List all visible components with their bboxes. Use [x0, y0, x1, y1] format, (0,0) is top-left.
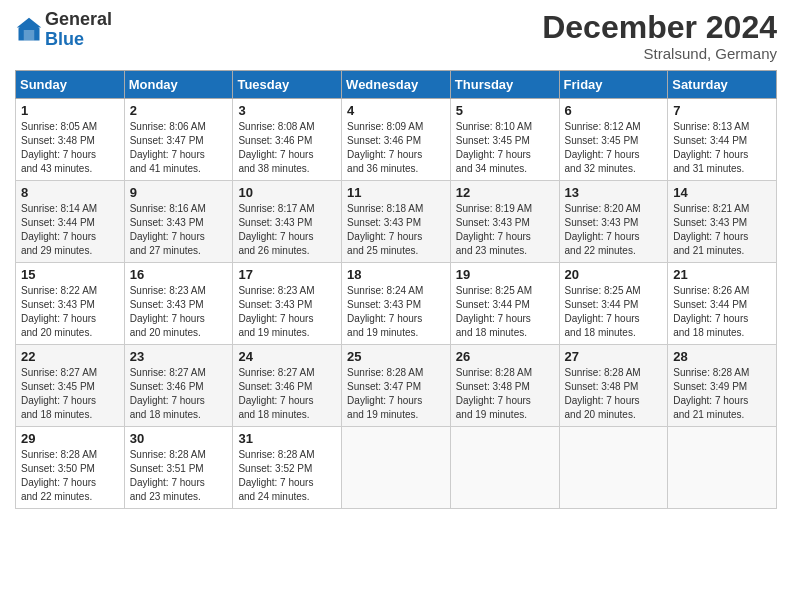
day-info: Sunrise: 8:28 AM Sunset: 3:49 PM Dayligh…: [673, 366, 771, 422]
day-info: Sunrise: 8:10 AM Sunset: 3:45 PM Dayligh…: [456, 120, 554, 176]
calendar-cell: 5Sunrise: 8:10 AM Sunset: 3:45 PM Daylig…: [450, 99, 559, 181]
day-info: Sunrise: 8:18 AM Sunset: 3:43 PM Dayligh…: [347, 202, 445, 258]
day-number: 26: [456, 349, 554, 364]
col-wednesday: Wednesday: [342, 71, 451, 99]
calendar-row: 29Sunrise: 8:28 AM Sunset: 3:50 PM Dayli…: [16, 427, 777, 509]
day-info: Sunrise: 8:14 AM Sunset: 3:44 PM Dayligh…: [21, 202, 119, 258]
day-info: Sunrise: 8:19 AM Sunset: 3:43 PM Dayligh…: [456, 202, 554, 258]
calendar-row: 15Sunrise: 8:22 AM Sunset: 3:43 PM Dayli…: [16, 263, 777, 345]
day-number: 21: [673, 267, 771, 282]
calendar-cell: [450, 427, 559, 509]
svg-rect-2: [24, 30, 35, 41]
calendar-cell: 17Sunrise: 8:23 AM Sunset: 3:43 PM Dayli…: [233, 263, 342, 345]
logo-line1: General: [45, 10, 112, 30]
col-sunday: Sunday: [16, 71, 125, 99]
calendar-cell: 6Sunrise: 8:12 AM Sunset: 3:45 PM Daylig…: [559, 99, 668, 181]
day-info: Sunrise: 8:27 AM Sunset: 3:45 PM Dayligh…: [21, 366, 119, 422]
day-info: Sunrise: 8:24 AM Sunset: 3:43 PM Dayligh…: [347, 284, 445, 340]
calendar-cell: 28Sunrise: 8:28 AM Sunset: 3:49 PM Dayli…: [668, 345, 777, 427]
calendar-cell: 18Sunrise: 8:24 AM Sunset: 3:43 PM Dayli…: [342, 263, 451, 345]
calendar-cell: 11Sunrise: 8:18 AM Sunset: 3:43 PM Dayli…: [342, 181, 451, 263]
calendar-cell: 4Sunrise: 8:09 AM Sunset: 3:46 PM Daylig…: [342, 99, 451, 181]
calendar-cell: 19Sunrise: 8:25 AM Sunset: 3:44 PM Dayli…: [450, 263, 559, 345]
day-number: 22: [21, 349, 119, 364]
day-number: 15: [21, 267, 119, 282]
day-number: 8: [21, 185, 119, 200]
day-number: 24: [238, 349, 336, 364]
day-number: 6: [565, 103, 663, 118]
col-tuesday: Tuesday: [233, 71, 342, 99]
day-info: Sunrise: 8:28 AM Sunset: 3:50 PM Dayligh…: [21, 448, 119, 504]
day-number: 11: [347, 185, 445, 200]
logo-icon: [15, 16, 43, 44]
title-area: December 2024 Stralsund, Germany: [542, 10, 777, 62]
calendar-cell: 29Sunrise: 8:28 AM Sunset: 3:50 PM Dayli…: [16, 427, 125, 509]
day-info: Sunrise: 8:26 AM Sunset: 3:44 PM Dayligh…: [673, 284, 771, 340]
day-number: 9: [130, 185, 228, 200]
calendar-cell: [559, 427, 668, 509]
day-number: 25: [347, 349, 445, 364]
day-number: 17: [238, 267, 336, 282]
day-number: 5: [456, 103, 554, 118]
month-year: December 2024: [542, 10, 777, 45]
logo-line2: Blue: [45, 30, 112, 50]
day-number: 31: [238, 431, 336, 446]
col-thursday: Thursday: [450, 71, 559, 99]
day-info: Sunrise: 8:16 AM Sunset: 3:43 PM Dayligh…: [130, 202, 228, 258]
day-info: Sunrise: 8:13 AM Sunset: 3:44 PM Dayligh…: [673, 120, 771, 176]
day-number: 7: [673, 103, 771, 118]
calendar-cell: 20Sunrise: 8:25 AM Sunset: 3:44 PM Dayli…: [559, 263, 668, 345]
calendar-cell: 21Sunrise: 8:26 AM Sunset: 3:44 PM Dayli…: [668, 263, 777, 345]
calendar-cell: 22Sunrise: 8:27 AM Sunset: 3:45 PM Dayli…: [16, 345, 125, 427]
day-info: Sunrise: 8:20 AM Sunset: 3:43 PM Dayligh…: [565, 202, 663, 258]
day-number: 27: [565, 349, 663, 364]
day-number: 16: [130, 267, 228, 282]
day-info: Sunrise: 8:28 AM Sunset: 3:48 PM Dayligh…: [456, 366, 554, 422]
calendar-cell: [342, 427, 451, 509]
calendar-cell: 10Sunrise: 8:17 AM Sunset: 3:43 PM Dayli…: [233, 181, 342, 263]
day-info: Sunrise: 8:21 AM Sunset: 3:43 PM Dayligh…: [673, 202, 771, 258]
page-container: General Blue December 2024 Stralsund, Ge…: [15, 10, 777, 509]
day-number: 23: [130, 349, 228, 364]
day-info: Sunrise: 8:23 AM Sunset: 3:43 PM Dayligh…: [238, 284, 336, 340]
calendar-cell: 7Sunrise: 8:13 AM Sunset: 3:44 PM Daylig…: [668, 99, 777, 181]
day-number: 4: [347, 103, 445, 118]
calendar-cell: 16Sunrise: 8:23 AM Sunset: 3:43 PM Dayli…: [124, 263, 233, 345]
day-info: Sunrise: 8:17 AM Sunset: 3:43 PM Dayligh…: [238, 202, 336, 258]
day-number: 28: [673, 349, 771, 364]
calendar-cell: 8Sunrise: 8:14 AM Sunset: 3:44 PM Daylig…: [16, 181, 125, 263]
col-saturday: Saturday: [668, 71, 777, 99]
calendar-row: 1Sunrise: 8:05 AM Sunset: 3:48 PM Daylig…: [16, 99, 777, 181]
header-row: Sunday Monday Tuesday Wednesday Thursday…: [16, 71, 777, 99]
day-info: Sunrise: 8:12 AM Sunset: 3:45 PM Dayligh…: [565, 120, 663, 176]
day-number: 2: [130, 103, 228, 118]
day-info: Sunrise: 8:09 AM Sunset: 3:46 PM Dayligh…: [347, 120, 445, 176]
day-info: Sunrise: 8:28 AM Sunset: 3:51 PM Dayligh…: [130, 448, 228, 504]
calendar-cell: 14Sunrise: 8:21 AM Sunset: 3:43 PM Dayli…: [668, 181, 777, 263]
calendar-cell: 15Sunrise: 8:22 AM Sunset: 3:43 PM Dayli…: [16, 263, 125, 345]
day-number: 29: [21, 431, 119, 446]
calendar-cell: 30Sunrise: 8:28 AM Sunset: 3:51 PM Dayli…: [124, 427, 233, 509]
calendar-body: 1Sunrise: 8:05 AM Sunset: 3:48 PM Daylig…: [16, 99, 777, 509]
day-number: 12: [456, 185, 554, 200]
calendar-cell: 31Sunrise: 8:28 AM Sunset: 3:52 PM Dayli…: [233, 427, 342, 509]
calendar-cell: 25Sunrise: 8:28 AM Sunset: 3:47 PM Dayli…: [342, 345, 451, 427]
day-number: 14: [673, 185, 771, 200]
day-info: Sunrise: 8:27 AM Sunset: 3:46 PM Dayligh…: [130, 366, 228, 422]
logo: General Blue: [15, 10, 112, 50]
calendar-table: Sunday Monday Tuesday Wednesday Thursday…: [15, 70, 777, 509]
day-info: Sunrise: 8:28 AM Sunset: 3:47 PM Dayligh…: [347, 366, 445, 422]
day-info: Sunrise: 8:25 AM Sunset: 3:44 PM Dayligh…: [456, 284, 554, 340]
calendar-cell: 23Sunrise: 8:27 AM Sunset: 3:46 PM Dayli…: [124, 345, 233, 427]
calendar-cell: 1Sunrise: 8:05 AM Sunset: 3:48 PM Daylig…: [16, 99, 125, 181]
calendar-cell: 13Sunrise: 8:20 AM Sunset: 3:43 PM Dayli…: [559, 181, 668, 263]
day-info: Sunrise: 8:25 AM Sunset: 3:44 PM Dayligh…: [565, 284, 663, 340]
calendar-cell: 3Sunrise: 8:08 AM Sunset: 3:46 PM Daylig…: [233, 99, 342, 181]
day-info: Sunrise: 8:28 AM Sunset: 3:48 PM Dayligh…: [565, 366, 663, 422]
day-number: 3: [238, 103, 336, 118]
day-number: 1: [21, 103, 119, 118]
day-number: 13: [565, 185, 663, 200]
col-friday: Friday: [559, 71, 668, 99]
day-number: 10: [238, 185, 336, 200]
location: Stralsund, Germany: [542, 45, 777, 62]
